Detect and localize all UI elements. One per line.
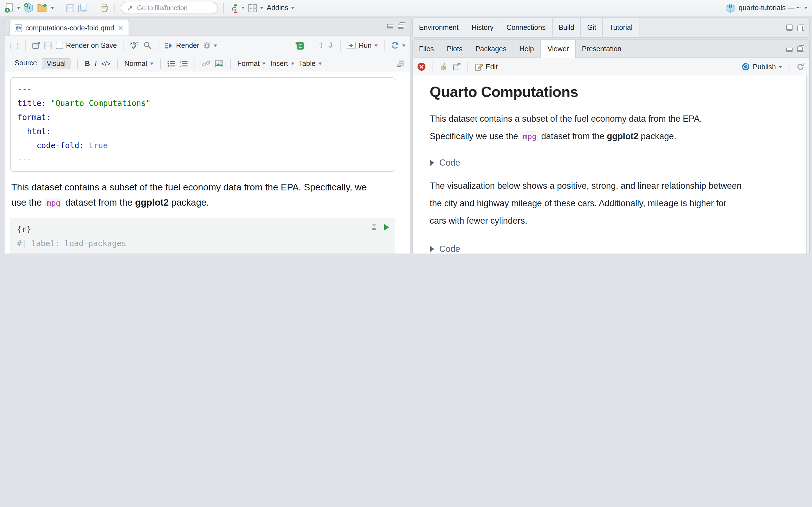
render-label: Render [176,41,199,49]
source-caret[interactable] [402,44,405,47]
render-button[interactable]: Render [165,41,199,49]
save-icon-editor[interactable] [44,41,52,49]
new-file-caret[interactable] [17,7,20,9]
project-caret [804,7,808,9]
tab-close-icon[interactable]: ✕ [117,24,123,32]
code-fold-toggle-1[interactable]: Code [430,158,809,168]
maximize-pane-icon[interactable] [797,45,805,52]
edit-button[interactable]: Edit [475,63,498,71]
code-fold-label: Code [439,244,460,253]
pane-layout-button[interactable] [248,4,263,12]
goto-placeholder: Go to file/function [137,4,188,11]
code-chunk-load-packages[interactable]: {r} #| label: load-packages library(ggpl… [10,218,395,253]
print-icon[interactable] [100,3,109,12]
run-chunk-icon[interactable] [384,223,390,231]
maximize-pane-icon[interactable] [398,22,405,29]
refresh-icon[interactable] [796,62,805,71]
back-icon[interactable]: ⟨ [9,41,12,50]
run-chunks-above-icon[interactable] [370,223,378,231]
maximize-pane-icon[interactable] [797,24,805,31]
pane-layout-caret[interactable] [260,7,263,9]
tab-viewer[interactable]: Viewer [541,40,576,58]
visual-mode-toggle[interactable]: Visual [42,58,71,69]
project-menu[interactable]: R quarto-tutorials — ~ [726,3,808,13]
clear-broom-icon[interactable] [440,62,448,71]
minimize-pane-icon[interactable] [786,24,794,31]
tab-help[interactable]: Help [513,40,541,57]
tab-plots[interactable]: Plots [441,40,469,57]
save-icon-disabled[interactable] [66,4,74,12]
doc-paragraph-1: This dataset contains a subset of the fu… [430,110,743,145]
tab-tutorial[interactable]: Tutorial [603,18,639,37]
checkbox-box[interactable] [56,42,63,49]
image-icon[interactable] [215,60,223,68]
spellcheck-icon[interactable]: ABC [130,41,140,50]
edit-pencil-icon [475,63,483,71]
find-icon[interactable] [144,41,152,50]
render-on-save-checkbox[interactable]: Render on Save [56,41,117,49]
minimize-pane-icon[interactable] [387,22,394,29]
goto-file-function-input[interactable]: Go to file/function [121,2,218,14]
italic-button[interactable]: I [94,59,97,68]
tab-packages[interactable]: Packages [469,40,513,57]
bullet-list-icon[interactable] [167,60,175,67]
format-menu[interactable]: Format [238,60,266,68]
editor-content[interactable]: --- title: "Quarto Computations" format:… [4,71,410,253]
tab-computations-code-fold[interactable]: computations-code-fold.qmd ✕ [9,20,129,36]
code-fold-toggle-2[interactable]: Code [430,244,809,253]
addins-button[interactable]: Addins [267,4,294,12]
render-settings-button[interactable] [203,41,217,49]
yaml-block[interactable]: --- title: "Quarto Computations" format:… [10,77,395,172]
run-button[interactable]: Run [347,41,378,49]
tab-files[interactable]: Files [413,40,441,57]
minimize-pane-icon[interactable] [786,45,794,52]
viewer-scrollbar[interactable] [806,75,809,253]
insert-chunk-icon[interactable]: C [295,41,305,50]
source-mode-toggle[interactable]: Source [10,58,42,69]
code-button[interactable]: </> [101,60,110,67]
forward-icon[interactable]: ⟩ [16,41,19,50]
publish-button[interactable]: Publish [742,62,782,71]
tab-build[interactable]: Build [552,18,581,37]
version-control-button[interactable]: G [230,3,245,13]
table-label: Table [299,60,315,68]
bold-button[interactable]: B [85,60,90,68]
new-project-button[interactable]: R [24,3,34,13]
run-caret[interactable] [374,44,378,47]
tab-connections[interactable]: Connections [500,18,552,37]
popout-icon[interactable] [32,42,40,49]
render-icon [165,41,173,49]
insert-menu[interactable]: Insert [270,60,294,68]
editor-paragraph-1[interactable]: This dataset contains a subset of the fu… [11,180,372,211]
outline-icon[interactable] [396,60,404,67]
svg-text:ABC: ABC [130,41,138,46]
popout-icon[interactable] [453,63,461,70]
tab-presentation[interactable]: Presentation [576,40,628,57]
save-all-icon[interactable] [78,3,88,12]
tab-git[interactable]: Git [581,18,603,37]
format-caret [262,62,266,65]
new-file-icon [4,3,14,13]
tab-environment[interactable]: Environment [413,18,465,37]
source-button[interactable] [391,41,405,50]
publish-caret[interactable] [779,66,782,68]
open-file-button[interactable] [37,3,54,12]
new-file-button[interactable] [4,3,20,13]
tab-history[interactable]: History [465,18,500,37]
doc-paragraph-2: The visualization below shows a positive… [430,177,743,229]
version-control-caret[interactable] [241,7,245,9]
para-style-value: Normal [124,60,147,68]
table-menu[interactable]: Table [299,60,322,68]
run-previous-icon[interactable]: ⇧ [318,41,324,50]
doc-title: Quarto Computations [430,83,809,101]
open-recent-caret[interactable] [51,7,54,9]
stop-icon[interactable] [417,62,426,71]
viewer-document[interactable]: Quarto Computations This dataset contain… [413,75,809,253]
numbered-list-icon[interactable]: 12 [180,60,188,67]
para-style-select[interactable]: Normal [124,60,153,68]
run-icon [347,42,356,49]
link-icon[interactable] [202,60,210,67]
tab-title: computations-code-fold.qmd [26,24,114,32]
run-next-icon[interactable]: ⇩ [327,41,334,50]
project-cube-icon: R [726,3,735,13]
